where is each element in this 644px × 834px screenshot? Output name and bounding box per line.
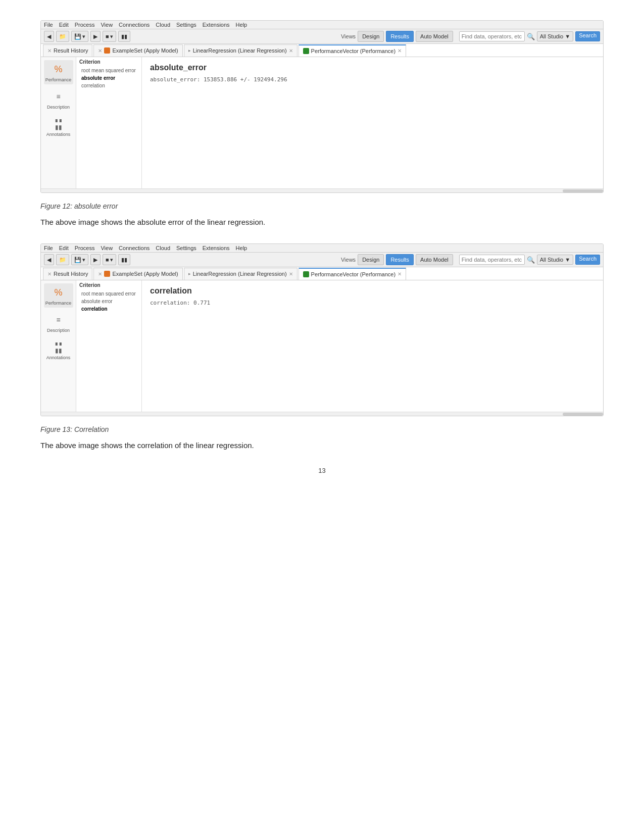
search-input-13[interactable] [459, 255, 525, 265]
menu-settings-13[interactable]: Settings [176, 245, 196, 251]
performance-vector-close-13[interactable]: ✕ [398, 271, 402, 277]
annotations-sidebar-icon-13: ∎∎▮▮ [52, 340, 66, 354]
save-button-13[interactable]: 💾 ▾ [71, 254, 88, 265]
menu-help[interactable]: Help [236, 22, 247, 28]
stop-dropdown[interactable]: ▾ [110, 33, 113, 40]
content-title-13: correlation [150, 286, 595, 296]
performance-vector-tab-12[interactable]: PerformanceVector (Performance) ✕ [299, 44, 407, 57]
menu-file[interactable]: File [44, 22, 53, 28]
criterion-abs-error-13[interactable]: absolute error [79, 298, 138, 305]
main-area-12: % Performance ≡ Description ∎∎▮▮ Annotat… [41, 57, 603, 188]
criterion-panel-13: Criterion root mean squared error absolu… [76, 280, 142, 412]
criterion-rmse-13[interactable]: root mean squared error [79, 290, 138, 298]
menu-file-13[interactable]: File [44, 245, 53, 251]
search-icon: 🔍 [527, 33, 535, 40]
sidebar-annotations-13[interactable]: ∎∎▮▮ Annotations [44, 338, 73, 362]
sidebar-performance-13[interactable]: % Performance [44, 283, 73, 308]
menu-view-13[interactable]: View [101, 245, 113, 251]
views-label: Views [341, 33, 356, 39]
views-area: Views Design Results Auto Model 🔍 All St… [341, 31, 600, 42]
menu-connections-13[interactable]: Connections [119, 245, 150, 251]
search-input[interactable] [459, 31, 525, 41]
result-history-tab-13[interactable]: ✕ Result History [43, 268, 92, 280]
linear-regression-label-13: LinearRegression (Linear Regression) [193, 271, 287, 277]
linear-regression-close-13[interactable]: ✕ [289, 271, 293, 277]
results-tab[interactable]: Results [386, 31, 414, 42]
play-button[interactable]: ▶ [90, 31, 101, 42]
criterion-rmse-12[interactable]: root mean squared error [79, 67, 138, 74]
sidebar-description-12[interactable]: ≡ Description [44, 87, 73, 112]
annotations-sidebar-label-13: Annotations [46, 355, 71, 360]
design-tab-13[interactable]: Design [358, 254, 384, 265]
menu-edit[interactable]: Edit [59, 22, 69, 28]
performance-sidebar-icon-13: % [52, 285, 66, 300]
all-studio-button-13[interactable]: All Studio ▼ [537, 255, 573, 265]
menu-extensions[interactable]: Extensions [203, 22, 230, 28]
linear-regression-tab-12[interactable]: ▸ LinearRegression (Linear Regression) ✕ [184, 44, 298, 57]
example-set-label-12: ExampleSet (Apply Model) [112, 47, 178, 54]
stop-dropdown-13[interactable]: ▾ [110, 257, 113, 263]
scrollbar-thumb-12[interactable] [563, 189, 603, 192]
scrollbar-thumb-13[interactable] [563, 413, 603, 416]
folder-button[interactable]: 📁 [56, 31, 69, 42]
body-text-12: The above image shows the absolute error… [40, 216, 604, 228]
performance-vector-label-13: PerformanceVector (Performance) [311, 271, 396, 277]
example-set-tab-13[interactable]: ✕ ExampleSet (Apply Model) [93, 268, 182, 280]
example-set-tab-12[interactable]: ✕ ExampleSet (Apply Model) [93, 44, 182, 57]
auto-model-tab[interactable]: Auto Model [416, 31, 453, 42]
sidebar-description-13[interactable]: ≡ Description [44, 311, 73, 335]
performance-vector-label-12: PerformanceVector (Performance) [311, 48, 396, 54]
menu-process-13[interactable]: Process [75, 245, 95, 251]
search-button-13[interactable]: Search [575, 255, 600, 265]
menu-settings[interactable]: Settings [176, 22, 196, 28]
back-button[interactable]: ◀ [44, 31, 54, 42]
all-studio-button[interactable]: All Studio ▼ [537, 31, 573, 41]
criterion-abs-error-12[interactable]: absolute error [79, 74, 138, 82]
example-set-close-12[interactable]: ✕ [98, 48, 102, 54]
sidebar-annotations-12[interactable]: ∎∎▮▮ Annotations [44, 115, 73, 139]
play-button-13[interactable]: ▶ [90, 254, 101, 265]
save-dropdown[interactable]: ▾ [82, 33, 85, 40]
scrollbar-13[interactable] [41, 412, 603, 416]
search-button[interactable]: Search [575, 31, 600, 41]
auto-model-tab-13[interactable]: Auto Model [416, 254, 453, 265]
criterion-correlation-13[interactable]: correlation [79, 305, 138, 313]
result-history-close-13[interactable]: ✕ [47, 271, 52, 277]
linear-regression-tab-13[interactable]: ▸ LinearRegression (Linear Regression) ✕ [184, 268, 298, 280]
result-history-label-12: Result History [54, 47, 88, 54]
menu-edit-13[interactable]: Edit [59, 245, 69, 251]
page-number: 13 [40, 467, 604, 474]
design-tab[interactable]: Design [358, 31, 384, 42]
menu-cloud[interactable]: Cloud [156, 22, 170, 28]
example-set-close-13[interactable]: ✕ [98, 271, 102, 277]
back-button-13[interactable]: ◀ [44, 254, 54, 265]
pause-button-13[interactable]: ▮▮ [118, 254, 130, 265]
pause-button[interactable]: ▮▮ [118, 31, 130, 42]
stop-button[interactable]: ■ ▾ [103, 31, 116, 42]
stop-icon: ■ [106, 33, 109, 39]
results-tab-13[interactable]: Results [386, 254, 414, 265]
sidebar-performance-12[interactable]: % Performance [44, 60, 73, 84]
caption-12: Figure 12: absolute error [40, 202, 604, 210]
annotations-sidebar-icon-12: ∎∎▮▮ [52, 117, 66, 131]
criterion-correlation-12[interactable]: correlation [79, 82, 138, 89]
menu-view[interactable]: View [101, 22, 113, 28]
menu-connections[interactable]: Connections [119, 22, 150, 28]
menu-extensions-13[interactable]: Extensions [203, 245, 230, 251]
save-button[interactable]: 💾 ▾ [71, 31, 88, 42]
result-history-tab-12[interactable]: ✕ Result History [43, 44, 92, 57]
performance-vector-tab-13[interactable]: PerformanceVector (Performance) ✕ [299, 268, 407, 280]
save-dropdown-13[interactable]: ▾ [82, 257, 85, 263]
example-set-icon-13 [104, 271, 110, 277]
menu-cloud-13[interactable]: Cloud [156, 245, 170, 251]
linear-regression-close-12[interactable]: ✕ [289, 48, 293, 54]
folder-button-13[interactable]: 📁 [56, 254, 69, 265]
scrollbar-12[interactable] [41, 188, 603, 192]
menu-help-13[interactable]: Help [236, 245, 247, 251]
main-area-13: % Performance ≡ Description ∎∎▮▮ Annotat… [41, 280, 603, 412]
result-history-close-12[interactable]: ✕ [47, 48, 52, 54]
content-value-13: correlation: 0.771 [150, 300, 595, 306]
menu-process[interactable]: Process [75, 22, 95, 28]
stop-button-13[interactable]: ■ ▾ [103, 254, 116, 265]
performance-vector-close-12[interactable]: ✕ [398, 48, 402, 54]
